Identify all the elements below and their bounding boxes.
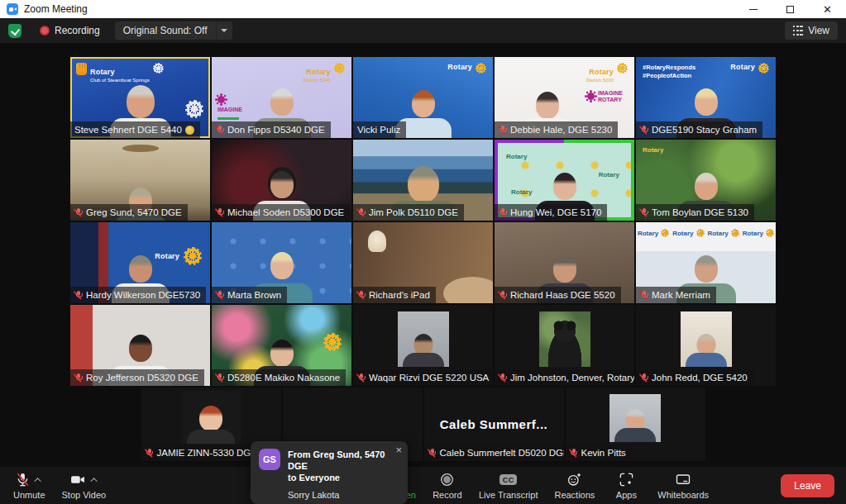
video-tile-kevin-pitts[interactable]: Kevin Pitts: [566, 388, 705, 461]
muted-mic-icon: [499, 125, 507, 136]
leave-button[interactable]: Leave: [781, 474, 834, 497]
rotary-wheel-icon: [617, 63, 628, 74]
rotary-wheel-icon: [184, 247, 202, 265]
audio-options-chevron[interactable]: [36, 477, 43, 483]
recording-dot-icon: [40, 26, 50, 36]
rotary-wheel-icon: [661, 229, 669, 237]
video-tile-caleb-summerfelt[interactable]: Caleb Summerf... Caleb Summerfelt D5020 …: [424, 388, 564, 461]
rotary-wheel-icon: [758, 63, 769, 74]
participant-name-label: Jim Johnston, Denver, Rotary Dis...: [495, 369, 634, 386]
video-tile-jim-johnston[interactable]: Jim Johnston, Denver, Rotary Dis...: [495, 305, 634, 386]
muted-mic-icon: [146, 448, 154, 459]
rotary-wheel-icon: [731, 229, 739, 237]
apps-icon: [619, 472, 634, 487]
participant-name-label: Debbie Hale, DGE 5230: [495, 121, 618, 138]
close-popup-icon[interactable]: ×: [395, 445, 402, 455]
muted-mic-icon: [640, 373, 648, 383]
participant-name-label: Hardy Wilkerson DGE5730: [70, 287, 206, 303]
video-tile-tom-boylan[interactable]: Rotary Tom Boylan DGE 5130: [636, 140, 776, 221]
smiley-plus-icon: [566, 472, 582, 487]
minimize-button[interactable]: [734, 0, 772, 18]
participant-name-label: Richard's iPad: [353, 287, 436, 303]
participant-name-label: Hung Wei, DGE 5170: [495, 204, 607, 221]
video-tile-greg-sund[interactable]: Greg Sund, 5470 DGE: [70, 140, 210, 221]
chat-notification-popup[interactable]: × GS From Greg Sund, 5470 DGEto Everyone…: [251, 441, 408, 504]
recording-indicator: Recording: [40, 25, 100, 36]
muted-mic-icon: [640, 125, 648, 136]
video-tile-jim-polk[interactable]: Jim Polk D5110 DGE: [353, 140, 493, 221]
video-tile-mark-merriam[interactable]: Rotary Rotary Rotary Rotary Mark Merriam: [636, 222, 776, 303]
video-tile-john-redd[interactable]: John Redd, DGE 5420: [636, 305, 776, 386]
live-transcript-button[interactable]: CC Live Transcript: [472, 470, 545, 502]
apps-button[interactable]: Apps: [605, 470, 648, 502]
camera-icon: [69, 472, 87, 487]
muted-mic-icon: [428, 448, 437, 459]
participant-name-label: D5280E Makiko Nakasone: [212, 369, 346, 386]
participant-name-label: JAMIE ZINN-5330 DGE: [141, 445, 263, 461]
record-button[interactable]: Record: [426, 470, 469, 502]
rotary-wheel-icon: [334, 63, 345, 74]
video-tile-steve-sehnert[interactable]: RotaryClub of Steamboat Springs Steve Se…: [70, 57, 210, 138]
participant-name-label: Tom Boylan DGE 5130: [636, 204, 754, 221]
window-title: Zoom Meeting: [24, 3, 734, 15]
participant-name-label: Marta Brown: [212, 287, 287, 303]
muted-mic-icon: [499, 207, 507, 218]
participant-name-label: Kevin Pitts: [566, 445, 632, 461]
participant-name-label: Roy Jefferson D5320 DGE: [70, 369, 204, 386]
profile-photo: [681, 311, 732, 367]
video-tile-don-fipps[interactable]: RotaryDistrict 5340 IMAGINE Don Fipps D5…: [212, 57, 351, 138]
participant-name-label: Caleb Summerfelt D5020 DGE: [424, 445, 564, 461]
sender-avatar: GS: [259, 449, 280, 470]
muted-mic-icon: [216, 290, 224, 301]
video-grid: RotaryClub of Steamboat Springs Steve Se…: [0, 43, 846, 467]
video-tile-waqar-rizvi[interactable]: Waqar Rizvi DGE 5220 USA: [353, 305, 493, 386]
original-sound-dropdown[interactable]: [216, 21, 232, 40]
participant-name-label: Richard Haas DGE 5520: [495, 287, 621, 303]
whiteboards-button[interactable]: Whiteboards: [651, 470, 715, 502]
grid-view-icon: [793, 26, 803, 36]
video-options-chevron[interactable]: [93, 477, 99, 483]
close-button[interactable]: ✕: [809, 0, 846, 18]
view-button[interactable]: View: [785, 21, 838, 40]
muted-mic-icon: [357, 290, 366, 301]
profile-photo: [609, 394, 661, 442]
stop-video-button[interactable]: Stop Video: [55, 470, 113, 502]
participant-name-label: John Redd, DGE 5420: [636, 369, 753, 386]
video-tile-vicki-puliz[interactable]: Rotary Vicki Puliz: [353, 57, 493, 138]
participant-name-label: Steve Sehnert DGE 5440: [70, 121, 200, 138]
zoom-meeting-window: Zoom Meeting ✕ Recording Original Sound:…: [0, 0, 846, 504]
raised-hand-icon: [76, 63, 87, 75]
maximize-button[interactable]: [772, 0, 809, 18]
video-tile-richards-ipad[interactable]: Richard's iPad: [353, 222, 493, 303]
title-bar: Zoom Meeting ✕: [0, 0, 846, 18]
video-tile-makiko-nakasone[interactable]: D5280E Makiko Nakasone: [212, 305, 351, 386]
chat-message-text: Sorry Lakota: [288, 490, 399, 500]
muted-mic-icon: [570, 448, 578, 459]
muted-mic-icon: [357, 207, 366, 218]
encryption-shield-icon[interactable]: [8, 24, 22, 38]
rotary-wheel-icon: [766, 229, 774, 237]
mic-muted-icon: [15, 472, 31, 487]
muted-mic-icon: [216, 207, 224, 218]
video-tile-debbie-hale[interactable]: RotaryDistrict 5230 IMAGINEROTARY Debbie…: [495, 57, 634, 138]
video-tile-michael-soden[interactable]: Michael Soden D5300 DGE: [212, 140, 351, 221]
video-tile-richard-haas[interactable]: Richard Haas DGE 5520: [495, 222, 634, 303]
dog-photo: [539, 311, 590, 367]
video-tile-hardy-wilkerson[interactable]: Rotary Hardy Wilkerson DGE5730: [70, 222, 210, 303]
original-sound-button[interactable]: Original Sound: Off: [115, 21, 232, 40]
reactions-button[interactable]: Reactions: [547, 470, 601, 502]
video-tile-roy-jefferson[interactable]: Roy Jefferson D5320 DGE: [70, 305, 210, 386]
rotary-wheel-icon: [185, 100, 203, 118]
participant-name-label: Waqar Rizvi DGE 5220 USA: [353, 369, 493, 386]
participant-name-label: Jim Polk D5110 DGE: [353, 204, 464, 221]
rotary-wheel-icon: [323, 333, 342, 351]
video-tile-hung-wei[interactable]: Rotary Rotary Rotary Hung Wei, DGE 5170: [495, 140, 634, 221]
video-tile-stacy-graham[interactable]: #RotaryResponds#PeopleofAction Rotary DG…: [636, 57, 776, 138]
unmute-button[interactable]: Unmute: [7, 470, 52, 502]
control-bar: Unmute Stop Video 24 Participants 1: [0, 467, 846, 504]
profile-photo: [181, 391, 241, 444]
video-tile-marta-brown[interactable]: Marta Brown: [212, 222, 351, 303]
imagine-rotary-icon: [587, 93, 595, 100]
muted-mic-icon: [216, 373, 224, 383]
muted-mic-icon: [640, 290, 648, 301]
